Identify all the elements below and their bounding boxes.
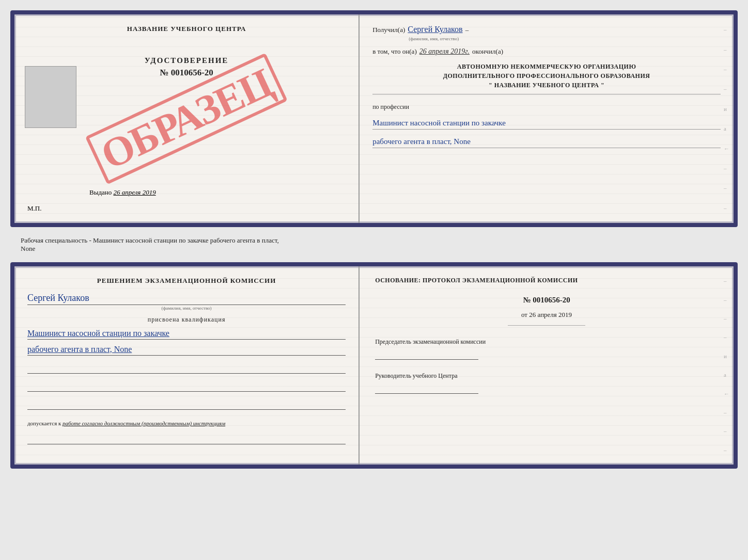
vtom-date: 26 апреля 2019г. bbox=[419, 47, 470, 56]
org-quote: " НАЗВАНИЕ УЧЕБНОГО ЦЕНТРА " bbox=[372, 81, 721, 90]
osnov-title: Основание: протокол экзаменационной коми… bbox=[375, 277, 718, 284]
top-document: НАЗВАНИЕ УЧЕБНОГО ЦЕНТРА УДОСТОВЕРЕНИЕ №… bbox=[10, 10, 738, 227]
protokol-date-value: 26 апреля 2019 bbox=[529, 311, 572, 318]
vtom-date-row: в том, что он(а) 26 апреля 2019г. окончи… bbox=[372, 47, 721, 56]
dopuskaetsya-text: работе согласно должностным (производств… bbox=[63, 420, 225, 426]
komissia-name: Сергей Кулаков bbox=[27, 293, 346, 305]
top-left-panel: НАЗВАНИЕ УЧЕБНОГО ЦЕНТРА УДОСТОВЕРЕНИЕ №… bbox=[14, 14, 360, 223]
top-title: НАЗВАНИЕ УЧЕБНОГО ЦЕНТРА bbox=[127, 25, 246, 33]
bottom-document: Решением экзаменационной комиссии Сергей… bbox=[10, 262, 738, 469]
recipient-name: Сергей Кулаков bbox=[408, 25, 462, 34]
org-line1: АВТОНОМНУЮ НЕКОММЕРЧЕСКУЮ ОРГАНИЗАЦИЮ bbox=[372, 62, 721, 71]
fio-hint-top: (фамилия, имя, отчество) bbox=[409, 36, 721, 41]
right-dashes-bottom: –––– иа←––– bbox=[724, 266, 729, 465]
page-wrapper: НАЗВАНИЕ УЧЕБНОГО ЦЕНТРА УДОСТОВЕРЕНИЕ №… bbox=[10, 10, 738, 469]
vtom-label: в том, что он(а) bbox=[372, 47, 417, 56]
rukovod-title: Руководитель учебного Центра bbox=[375, 371, 718, 381]
bottom-right-panel: Основание: протокол экзаменационной коми… bbox=[360, 266, 734, 465]
dopuskaetsya-prefix: допускается к bbox=[27, 420, 61, 426]
profession-line1: Машинист насосной станции по закачке bbox=[372, 119, 721, 130]
org-block: АВТОНОМНУЮ НЕКОММЕРЧЕСКУЮ ОРГАНИЗАЦИЮ ДО… bbox=[372, 62, 721, 94]
profession-line2: рабочего агента в пласт, None bbox=[372, 137, 721, 148]
blank-line-1 bbox=[27, 363, 346, 374]
kvalif-line1: Машинист насосной станции по закачке bbox=[27, 329, 346, 340]
po-professii-label: по профессии bbox=[372, 103, 721, 111]
blank-line-4 bbox=[27, 434, 346, 444]
vydano-label: Выдано bbox=[89, 188, 112, 196]
chairman-block: Председатель экзаменационной комиссии bbox=[375, 337, 718, 360]
middle-text-content: Рабочая специальность - Машинист насосно… bbox=[21, 236, 727, 253]
fio-hint-bottom: (фамилия, имя, отчество) bbox=[27, 306, 346, 311]
blank-line-3 bbox=[27, 399, 346, 410]
recipient-row: Получил(а) Сергей Кулаков – bbox=[372, 25, 721, 34]
vydano-date: 26 апреля 2019 bbox=[114, 188, 156, 196]
middle-line2: None bbox=[21, 245, 35, 252]
okonchil-label: окончил(а) bbox=[472, 47, 503, 56]
chairman-signature-line bbox=[375, 349, 478, 360]
poluchil-label: Получил(а) bbox=[372, 26, 405, 34]
komissia-title: Решением экзаменационной комиссии bbox=[27, 277, 346, 285]
vydano-row: Выдано 26 апреля 2019 bbox=[89, 188, 156, 197]
name-block: Сергей Кулаков (фамилия, имя, отчество) bbox=[27, 293, 346, 311]
right-dashes-top: –––– иа←––– bbox=[724, 14, 729, 223]
kvalif-line2: рабочего агента в пласт, None bbox=[27, 345, 346, 356]
middle-text: Рабочая специальность - Машинист насосно… bbox=[10, 232, 738, 257]
bottom-left-panel: Решением экзаменационной комиссии Сергей… bbox=[14, 266, 360, 465]
mp-label: М.П. bbox=[27, 204, 41, 213]
prisvoena-text: присвоена квалификация bbox=[27, 316, 346, 324]
udostoverenie-title: УДОСТОВЕРЕНИЕ bbox=[145, 56, 229, 65]
ot-label: от bbox=[521, 311, 527, 318]
rukovod-block: Руководитель учебного Центра bbox=[375, 371, 718, 394]
dopuskaetsya-block: допускается к работе согласно должностны… bbox=[27, 420, 346, 426]
photo-placeholder bbox=[25, 66, 76, 128]
rukovod-signature-line bbox=[375, 383, 478, 394]
top-right-panel: Получил(а) Сергей Кулаков – (фамилия, им… bbox=[360, 14, 734, 223]
blank-line-2 bbox=[27, 381, 346, 392]
middle-line1: Рабочая специальность - Машинист насосно… bbox=[21, 236, 279, 244]
chairman-title: Председатель экзаменационной комиссии bbox=[375, 337, 718, 347]
org-line2: ДОПОЛНИТЕЛЬНОГО ПРОФЕССИОНАЛЬНОГО ОБРАЗО… bbox=[372, 71, 721, 81]
protokol-date: от 26 апреля 2019 bbox=[375, 311, 718, 319]
udostoverenie-number: № 0010656-20 bbox=[160, 68, 213, 78]
protokol-number: № 0010656-20 bbox=[375, 296, 718, 305]
